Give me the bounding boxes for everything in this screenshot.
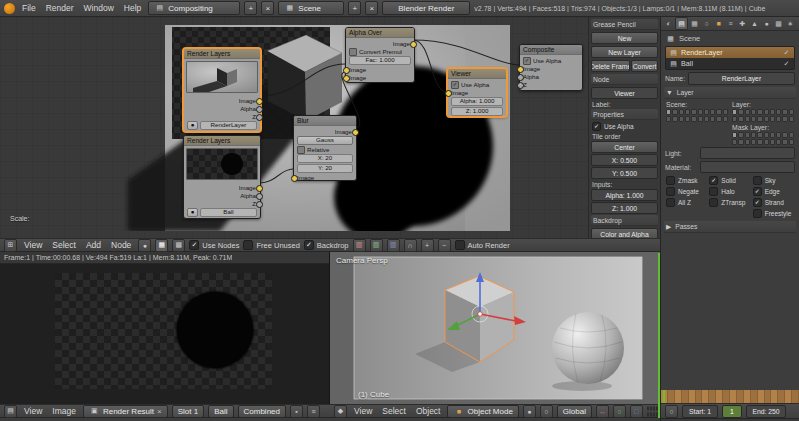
layer-toggle[interactable] [764, 116, 769, 122]
mask-layer-toggle[interactable] [782, 132, 787, 138]
scene-tab-icon[interactable]: ▦ [689, 18, 700, 29]
mask-layer-toggle[interactable] [738, 139, 743, 145]
timeline-frame-cell[interactable] [723, 390, 730, 403]
layer-toggle[interactable] [745, 116, 750, 122]
zoom-in-icon[interactable]: + [421, 239, 434, 252]
layer-toggle[interactable] [782, 109, 787, 115]
scene-layer-toggle[interactable] [716, 109, 721, 115]
transform-orientation-dropdown[interactable]: Global [557, 405, 592, 418]
all-z-checkbox[interactable]: All Z [666, 198, 707, 207]
render-layers-tab-icon[interactable]: ▤ [675, 17, 688, 30]
layer-name-field[interactable]: RenderLayer [688, 72, 795, 85]
menu-render[interactable]: Render [43, 3, 77, 13]
scene-layers-grid[interactable] [666, 109, 728, 122]
node-menu-node[interactable]: Node [108, 240, 134, 250]
render-pass-dropdown[interactable]: Combined [238, 405, 286, 418]
node-editor[interactable]: Scale: Render Layers Image Alpha Z ● [0, 17, 660, 239]
timeline-frame-band[interactable] [661, 390, 799, 403]
layer-dot[interactable] [647, 412, 649, 417]
viewport-3d[interactable]: Camera Persp (1) Cube [330, 252, 660, 404]
render-layer-list-item[interactable]: ▤ Ball ✓ [666, 58, 794, 69]
node-header[interactable]: Viewer [448, 69, 506, 79]
blur-x-field[interactable]: X: 20 [297, 154, 353, 163]
scene-layer-toggle[interactable] [685, 109, 690, 115]
layer-render-toggle-icon[interactable]: ✓ [782, 58, 791, 69]
input-z-field[interactable]: Z: 1.000 [591, 202, 658, 214]
object-tab-icon[interactable]: ■ [713, 18, 724, 29]
mask-layer-toggle[interactable] [745, 132, 750, 138]
mask-layer-toggle[interactable] [782, 139, 787, 145]
scene-layer-toggle[interactable] [691, 109, 696, 115]
mask-layer-toggle[interactable] [757, 139, 762, 145]
alpha-socket[interactable] [256, 193, 263, 200]
manipulator-translate-icon[interactable]: ↔ [596, 405, 609, 418]
texture-tree-icon[interactable]: ▩ [172, 239, 185, 252]
render-layer-select[interactable]: Ball [200, 208, 257, 217]
image-datablock-dropdown[interactable]: ▣ Render Result × [83, 405, 168, 418]
timeline-frame-cell[interactable] [696, 390, 703, 403]
node-menu-view[interactable]: View [21, 240, 45, 250]
mask-layer-toggle[interactable] [738, 132, 743, 138]
z-socket[interactable] [256, 201, 263, 208]
scene-layer-toggle[interactable] [666, 116, 671, 122]
menu-file[interactable]: File [19, 3, 39, 13]
timeline-frame-cell[interactable] [792, 390, 799, 403]
layer-dot[interactable] [650, 406, 652, 411]
editor-type-image-icon[interactable]: ▤ [4, 405, 17, 418]
backdrop-rgb-icon[interactable]: ▥ [353, 239, 366, 252]
object-data-tab-icon[interactable]: ▲ [749, 18, 760, 29]
image-socket[interactable] [445, 90, 452, 97]
scene-layer-toggle[interactable] [679, 116, 684, 122]
convert-button[interactable]: Convert [631, 60, 658, 72]
node-blur[interactable]: Blur Image Gauss Relative X: 20 Y: 20 Im… [293, 115, 357, 181]
manipulator-rotate-icon[interactable]: ○ [613, 405, 626, 418]
pivot-point-icon[interactable]: ○ [540, 405, 553, 418]
node-header[interactable]: Composite [520, 45, 582, 55]
node-composite[interactable]: Composite Use Alpha Image Alpha Z [519, 44, 583, 91]
scene-dropdown[interactable]: ▦ Scene [278, 1, 344, 15]
auto-render-checkbox[interactable]: Auto Render [455, 240, 510, 250]
solid-checkbox[interactable]: Solid [709, 176, 750, 185]
layer-dot[interactable] [650, 412, 652, 417]
screen-layout-dropdown[interactable]: ▤ Compositing [148, 1, 240, 15]
sky-checkbox[interactable]: Sky [753, 176, 794, 185]
scene-layer-toggle[interactable] [704, 116, 709, 122]
menu-help[interactable]: Help [121, 3, 144, 13]
current-frame-field[interactable]: 1 [722, 405, 742, 418]
viewer-use-alpha-checkbox[interactable]: Use Alpha [451, 81, 503, 88]
mask-layer-toggle[interactable] [776, 132, 781, 138]
compositing-tree-icon[interactable]: ▦ [155, 239, 168, 252]
scopes-icon[interactable]: ≡ [307, 405, 320, 418]
layer-panel-header[interactable]: ▼ Layer [664, 87, 796, 99]
blur-relative-checkbox[interactable]: Relative [297, 146, 353, 153]
constraints-tab-icon[interactable]: ≡ [725, 18, 736, 29]
blur-filter-type-dropdown[interactable]: Gauss [297, 136, 353, 145]
frame-start-field[interactable]: Start: 1 [682, 405, 718, 418]
tile-x-field[interactable]: X: 0.500 [591, 154, 658, 166]
image-socket[interactable] [410, 41, 417, 48]
layer-dot[interactable] [647, 406, 649, 411]
layer-toggle[interactable] [770, 109, 775, 115]
timeline-frame-cell[interactable] [778, 390, 785, 403]
timeline-frame-cell[interactable] [737, 390, 744, 403]
z-socket[interactable] [517, 82, 524, 89]
viewport-shading-icon[interactable]: ● [523, 405, 536, 418]
mask-layer-toggle[interactable] [764, 132, 769, 138]
blur-y-field[interactable]: Y: 20 [297, 164, 353, 173]
close-scene-button[interactable]: × [365, 1, 378, 15]
scene-layer-toggle[interactable] [710, 109, 715, 115]
menu-window[interactable]: Window [81, 3, 117, 13]
mask-layer-toggle[interactable] [770, 139, 775, 145]
view3d-menu-view[interactable]: View [351, 406, 375, 416]
timeline-editor[interactable]: ○ Start: 1 1 End: 250 [660, 390, 799, 421]
composite-use-alpha-checkbox[interactable]: Use Alpha [523, 57, 579, 64]
node-header[interactable]: Render Layers [184, 49, 260, 59]
light-override-field[interactable] [700, 147, 795, 159]
node-label-field[interactable]: Label: [592, 101, 657, 108]
node-header[interactable]: Render Layers [184, 136, 260, 146]
layer-toggle[interactable] [764, 109, 769, 115]
layer-toggle[interactable] [789, 109, 794, 115]
node-render-layers-1[interactable]: Render Layers Image Alpha Z ● RenderLaye… [183, 48, 261, 132]
layer-render-toggle-icon[interactable]: ✓ [782, 47, 791, 58]
render-layer-select[interactable]: RenderLayer [200, 121, 257, 130]
